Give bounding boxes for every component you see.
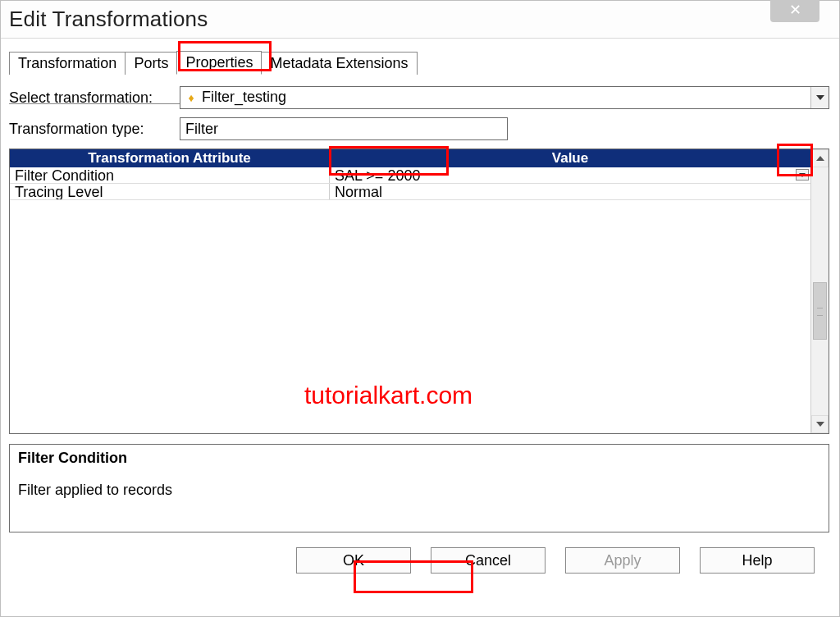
scroll-down-icon[interactable] (811, 415, 829, 433)
table-row[interactable]: Tracing Level Normal (10, 184, 810, 200)
val-filter-condition[interactable]: SAL >= 2000 (330, 167, 810, 183)
transformation-type-field: Filter (180, 117, 508, 140)
apply-button[interactable]: Apply (565, 547, 680, 574)
grid-header-attribute: Transformation Attribute (10, 150, 330, 167)
dropdown-arrow-icon[interactable] (810, 87, 829, 108)
val-filter-condition-text: SAL >= 2000 (335, 167, 420, 184)
vertical-scrollbar[interactable] (810, 149, 829, 433)
scroll-up-icon[interactable] (811, 149, 829, 167)
transformation-type-label: Transformation type: (9, 121, 180, 138)
filter-icon: ♦ (184, 90, 199, 105)
titlebar: Edit Transformations ✕ (1, 1, 839, 39)
select-transformation-combo[interactable]: ♦ Filter_testing (180, 86, 829, 109)
select-transformation-row: Select transformation: ♦ Filter_testing (9, 86, 829, 109)
ok-button[interactable]: OK (296, 547, 411, 574)
grid-body: Filter Condition SAL >= 2000 Tracing Lev… (10, 167, 810, 433)
close-button[interactable]: ✕ (770, 0, 819, 22)
tab-properties[interactable]: Properties (176, 51, 262, 75)
val-tracing-level-text: Normal (335, 184, 382, 200)
description-panel: Filter Condition Filter applied to recor… (9, 444, 829, 532)
expression-editor-button[interactable] (796, 169, 809, 181)
help-button[interactable]: Help (700, 547, 815, 574)
tab-transformation[interactable]: Transformation (9, 52, 126, 75)
select-transformation-value: Filter_testing (202, 89, 810, 107)
tab-metadata-extensions[interactable]: Metadata Extensions (261, 52, 417, 75)
dialog-body: Transformation Ports Properties Metadata… (1, 39, 839, 616)
tab-ports[interactable]: Ports (125, 52, 177, 75)
grid-header: Transformation Attribute Value (10, 149, 810, 167)
scroll-thumb[interactable] (813, 282, 827, 340)
tabstrip: Transformation Ports Properties Metadata… (9, 47, 829, 75)
cancel-button[interactable]: Cancel (431, 547, 546, 574)
attr-tracing-level: Tracing Level (10, 184, 330, 199)
grid-header-value: Value (330, 150, 810, 167)
close-icon: ✕ (789, 1, 801, 19)
button-bar: OK Cancel Apply Help (9, 547, 829, 587)
grid-inner: Transformation Attribute Value Filter Co… (10, 149, 810, 433)
properties-grid: Transformation Attribute Value Filter Co… (9, 149, 829, 434)
attr-filter-condition: Filter Condition (10, 167, 330, 183)
description-title: Filter Condition (18, 450, 820, 467)
window-title: Edit Transformations (9, 7, 208, 32)
scroll-track[interactable] (811, 167, 829, 415)
table-row[interactable]: Filter Condition SAL >= 2000 (10, 167, 810, 184)
val-tracing-level[interactable]: Normal (330, 184, 810, 199)
transformation-type-row: Transformation type: Filter (9, 117, 829, 140)
description-text: Filter applied to records (18, 482, 820, 499)
transformation-type-value: Filter (185, 121, 218, 138)
edit-transformations-window: Edit Transformations ✕ Transformation Po… (0, 0, 840, 617)
